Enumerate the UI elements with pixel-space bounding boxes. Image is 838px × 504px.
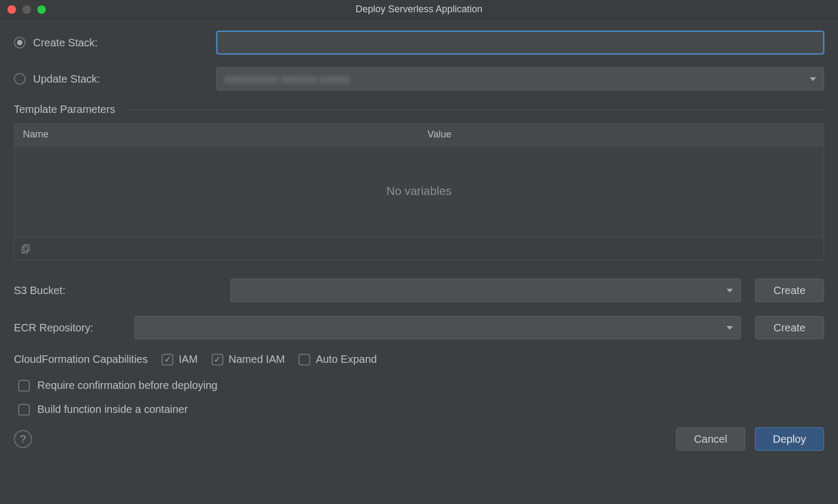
s3-bucket-label: S3 Bucket:: [14, 284, 216, 297]
chevron-down-icon: [727, 289, 733, 292]
update-stack-select[interactable]: xxxxxxxxx-xxxxxx-xxxxx: [216, 67, 824, 91]
capability-named-iam-label: Named IAM: [229, 353, 285, 365]
svg-rect-0: [24, 245, 29, 251]
dialog-footer: ? Cancel Deploy: [14, 427, 824, 451]
table-body-empty: No variables: [14, 146, 824, 237]
svg-rect-1: [22, 246, 28, 253]
table-header: Name Value: [14, 124, 824, 146]
s3-bucket-row: S3 Bucket: Create: [14, 279, 824, 302]
table-empty-text: No variables: [386, 184, 452, 198]
deploy-button-label: Deploy: [773, 433, 806, 445]
create-stack-input[interactable]: [216, 31, 824, 54]
divider: [125, 109, 824, 110]
window-title: Deploy Serverless Application: [0, 4, 838, 15]
ecr-repository-select[interactable]: [134, 316, 741, 339]
create-stack-row: Create Stack:: [14, 31, 824, 54]
chevron-down-icon: [810, 77, 816, 81]
template-parameters-table: Name Value No variables: [14, 123, 824, 261]
update-stack-selected-value: xxxxxxxxx-xxxxxx-xxxxx: [224, 73, 350, 85]
chevron-down-icon: [727, 326, 733, 330]
titlebar: Deploy Serverless Application: [0, 0, 838, 19]
update-stack-radio[interactable]: [14, 73, 26, 85]
table-header-value[interactable]: Value: [419, 129, 824, 140]
s3-create-button-label: Create: [773, 284, 805, 297]
build-in-container-label: Build function inside a container: [37, 403, 188, 416]
ecr-repository-label: ECR Repository:: [14, 322, 120, 334]
checkbox-icon: [162, 354, 173, 365]
cancel-button[interactable]: Cancel: [676, 427, 745, 451]
deploy-button[interactable]: Deploy: [755, 427, 824, 451]
update-stack-label: Update Stack:: [33, 73, 100, 85]
table-header-name[interactable]: Name: [14, 124, 419, 145]
s3-bucket-select[interactable]: [230, 279, 741, 302]
checkbox-icon: [18, 380, 30, 392]
capability-iam[interactable]: IAM: [162, 353, 198, 365]
checkbox-icon: [18, 404, 30, 416]
ecr-repository-row: ECR Repository: Create: [14, 316, 824, 339]
footer-buttons: Cancel Deploy: [676, 427, 824, 451]
capability-auto-expand[interactable]: Auto Expand: [299, 353, 377, 365]
ecr-create-button-label: Create: [773, 322, 805, 334]
cancel-button-label: Cancel: [694, 433, 727, 445]
build-in-container-row[interactable]: Build function inside a container: [18, 403, 824, 416]
update-stack-row: Update Stack: xxxxxxxxx-xxxxxx-xxxxx: [14, 67, 824, 91]
create-stack-radio[interactable]: [14, 37, 26, 48]
copy-icon[interactable]: [21, 243, 31, 254]
checkbox-icon: [212, 354, 223, 365]
checkbox-icon: [299, 354, 310, 365]
capability-auto-expand-label: Auto Expand: [316, 353, 377, 365]
require-confirmation-label: Require confirmation before deploying: [37, 379, 217, 392]
template-parameters-heading: Template Parameters: [14, 103, 824, 116]
capability-named-iam[interactable]: Named IAM: [212, 353, 285, 365]
create-stack-label: Create Stack:: [33, 37, 98, 49]
capabilities-label: CloudFormation Capabilities: [14, 353, 148, 365]
capabilities-row: CloudFormation Capabilities IAM Named IA…: [14, 353, 824, 365]
dialog-content: Create Stack: Update Stack: xxxxxxxxx-xx…: [0, 19, 838, 461]
help-button[interactable]: ?: [14, 430, 32, 448]
table-footer: [14, 237, 824, 260]
help-icon: ?: [20, 433, 26, 445]
ecr-create-button[interactable]: Create: [755, 316, 824, 339]
template-parameters-label: Template Parameters: [14, 103, 115, 116]
s3-create-button[interactable]: Create: [755, 279, 824, 302]
capability-iam-label: IAM: [179, 353, 198, 365]
require-confirmation-row[interactable]: Require confirmation before deploying: [18, 379, 824, 392]
